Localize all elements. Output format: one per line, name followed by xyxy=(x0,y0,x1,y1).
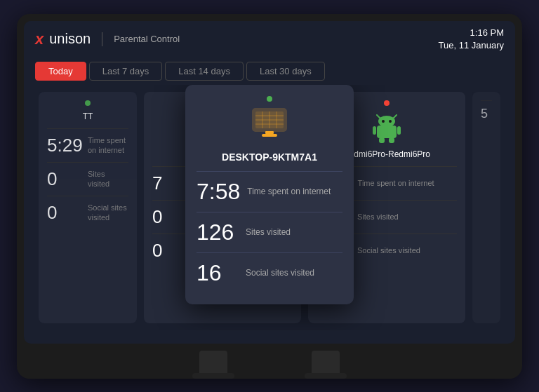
svg-rect-13 xyxy=(265,131,274,134)
tv-leg-left xyxy=(199,351,227,379)
current-date: Tue, 11 January xyxy=(439,39,504,52)
device-3-header xyxy=(384,100,390,106)
popup-stat-1: 7:58 Time spent on internet xyxy=(197,171,342,212)
popup-sites-label: Sites visited xyxy=(246,227,291,237)
tab-today[interactable]: Today xyxy=(35,62,86,81)
svg-rect-20 xyxy=(377,126,397,138)
device-1-header xyxy=(85,100,91,106)
device-1-name: TT xyxy=(83,111,93,121)
svg-line-16 xyxy=(377,115,380,118)
device-2-time: 7 xyxy=(152,173,187,194)
svg-line-17 xyxy=(394,115,397,118)
device-card-4[interactable]: 5 xyxy=(472,92,500,323)
logo-x-letter: x xyxy=(35,30,44,48)
device-1-social-label: Social sites visited xyxy=(88,203,128,223)
device-3-icon xyxy=(373,114,401,145)
svg-point-18 xyxy=(382,120,385,123)
current-time: 1:16 PM xyxy=(439,27,504,39)
tv-frame: x unison Parental Control 1:16 PM Tue, 1… xyxy=(17,14,522,379)
device-1-social: 0 xyxy=(47,202,82,224)
tab-bar: Today Last 7 days Last 14 days Last 30 d… xyxy=(24,58,515,85)
tv-screen: x unison Parental Control 1:16 PM Tue, 1… xyxy=(24,21,515,344)
popup-sites-value: 126 xyxy=(197,219,239,245)
device-3-time-label: Time spent on internet xyxy=(358,178,434,188)
popup-header xyxy=(267,96,272,102)
cards-area: TT 5:29 Time spent on internet 0 Sites v… xyxy=(24,85,515,330)
tv-stand xyxy=(24,344,515,379)
logo-divider xyxy=(102,32,102,46)
svg-point-15 xyxy=(378,116,395,127)
device-1-time-label: Time spent on internet xyxy=(88,135,128,156)
device-card-1[interactable]: TT 5:29 Time spent on internet 0 Sites v… xyxy=(39,92,137,323)
popup-time-label: Time spent on internet xyxy=(247,187,331,196)
popup-social-value: 16 xyxy=(197,260,239,286)
popup-status-dot xyxy=(267,96,272,102)
svg-rect-21 xyxy=(373,126,376,135)
time-display: 1:16 PM Tue, 11 January xyxy=(439,27,504,52)
svg-rect-24 xyxy=(389,137,394,143)
svg-point-19 xyxy=(389,120,392,123)
device-1-time: 5:29 xyxy=(47,135,82,156)
svg-rect-22 xyxy=(397,126,401,135)
logo-name: unison xyxy=(49,31,91,47)
popup-card[interactable]: DESKTOP-9KTM7A1 7:58 Time spent on inter… xyxy=(185,85,354,304)
device-2-social: 0 xyxy=(152,240,187,262)
tab-14days[interactable]: Last 14 days xyxy=(165,62,244,81)
device-3-name: Redmi6Pro-Redmi6Pro xyxy=(343,149,430,159)
tab-30days[interactable]: Last 30 days xyxy=(246,62,325,81)
popup-stat-3: 16 Social sites visited xyxy=(197,252,342,293)
device-3-social-label: Social sites visited xyxy=(357,245,420,255)
tv-leg-right xyxy=(312,351,340,379)
device-1-sites-label: Sites visited xyxy=(88,169,128,189)
status-dot-1 xyxy=(85,100,91,106)
tab-7days[interactable]: Last 7 days xyxy=(89,62,163,81)
device-1-stat-1: 5:29 Time spent on internet xyxy=(47,128,128,162)
device-1-stat-2: 0 Sites visited xyxy=(47,162,128,196)
logo-area: x unison Parental Control xyxy=(35,30,180,48)
device-4-stat: 5 xyxy=(481,100,492,127)
popup-device-icon xyxy=(251,107,288,146)
popup-device-name: DESKTOP-9KTM7A1 xyxy=(222,151,317,163)
popup-time-value: 7:58 xyxy=(197,179,240,205)
device-2-sites: 0 xyxy=(152,206,187,228)
device-3-sites-label: Sites visited xyxy=(357,212,399,222)
parental-control-label: Parental Control xyxy=(114,34,180,44)
popup-social-label: Social sites visited xyxy=(246,268,314,278)
device-1-sites: 0 xyxy=(47,168,82,190)
popup-stat-2: 126 Sites visited xyxy=(197,212,342,252)
device-4-value: 5 xyxy=(481,107,500,121)
svg-rect-14 xyxy=(262,134,277,137)
svg-rect-23 xyxy=(379,137,385,143)
device-1-stat-3: 0 Social sites visited xyxy=(47,196,128,229)
status-dot-3 xyxy=(384,100,390,106)
top-bar: x unison Parental Control 1:16 PM Tue, 1… xyxy=(24,21,515,58)
